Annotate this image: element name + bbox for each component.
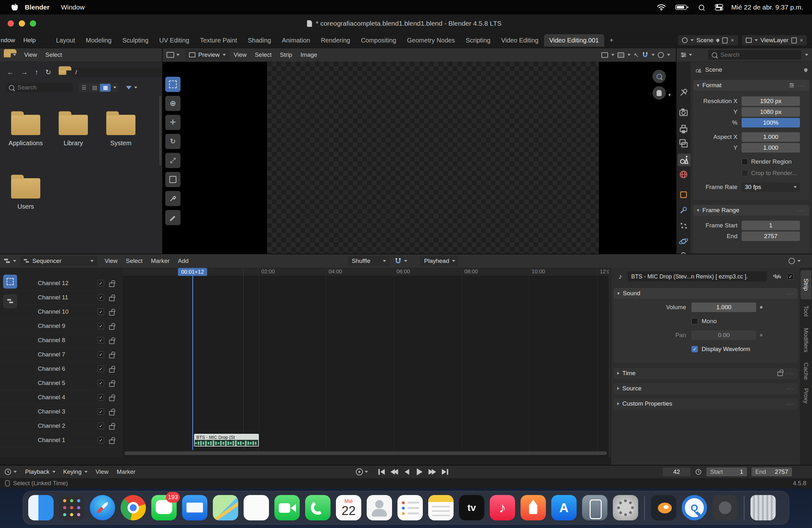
view-transform-icon[interactable]	[618, 52, 624, 58]
auto-keying-button[interactable]	[356, 468, 363, 475]
pin-icon[interactable]	[803, 67, 809, 72]
preview-select-menu[interactable]: Select	[250, 48, 276, 61]
resolution-x-field[interactable]: 1920 px	[742, 97, 800, 106]
channel-visibility-checkbox[interactable]: ✓	[98, 309, 104, 315]
sequencer-marker-menu[interactable]: Marker	[147, 254, 174, 268]
resolution-percent-slider[interactable]: 100%	[742, 118, 800, 128]
channel-lock-icon[interactable]	[109, 397, 115, 401]
channel-lock-icon[interactable]	[109, 311, 115, 316]
tab-view-layer[interactable]	[678, 138, 689, 149]
dock-messages[interactable]: 193	[151, 494, 177, 521]
frame-range-panel-header[interactable]: ▾ Frame Range ∙∙∙∙	[693, 205, 810, 216]
animate-volume-dot[interactable]	[760, 306, 763, 309]
channel-row[interactable]: Channel 2✓	[0, 419, 123, 433]
tweak-tool-button[interactable]	[165, 77, 180, 92]
mono-checkbox[interactable]: ✓	[692, 318, 698, 324]
frame-end-field[interactable]: 2757	[742, 232, 800, 241]
tab-world[interactable]	[678, 169, 689, 180]
sample-tool-button[interactable]	[165, 191, 180, 206]
aspect-y-field[interactable]: 1.000	[742, 143, 800, 152]
tab-shading[interactable]: Shading	[242, 34, 276, 47]
dock-apple-tv[interactable]: tv	[458, 494, 485, 521]
channel-row[interactable]: Channel 12✓	[0, 276, 123, 291]
pin-icon[interactable]	[715, 38, 720, 43]
time-lock-icon[interactable]	[778, 372, 783, 376]
keying-dropdown[interactable]: Keying	[59, 467, 91, 477]
filter-dropdown[interactable]	[134, 87, 137, 88]
view-type-dropdown[interactable]: Preview	[185, 50, 230, 60]
volume-field[interactable]: 1.000	[692, 303, 756, 312]
pan-field[interactable]: 0.00	[692, 331, 756, 340]
channel-row[interactable]: Channel 10✓	[0, 305, 123, 319]
scene-selector[interactable]: Scene ×	[678, 35, 738, 45]
close-window-button[interactable]	[8, 20, 14, 27]
editor-type-button[interactable]	[0, 258, 20, 264]
chevron-down-icon[interactable]	[611, 54, 614, 56]
file-search-field[interactable]	[5, 83, 73, 92]
dock-utility[interactable]	[712, 494, 738, 521]
tab-output[interactable]	[678, 124, 689, 134]
resolution-y-field[interactable]: 1080 px	[742, 107, 800, 117]
timeline-h-scrollbar[interactable]	[124, 451, 607, 455]
sequencer-add-menu[interactable]: Add	[174, 254, 193, 268]
channel-row[interactable]: Channel 4✓	[0, 390, 123, 405]
window-menu-cut[interactable]: ndow	[0, 32, 19, 48]
channel-lock-icon[interactable]	[109, 411, 115, 415]
overlays-dropdown[interactable]	[667, 54, 670, 56]
parent-directory-button[interactable]: ↑	[32, 66, 41, 79]
channel-visibility-checkbox[interactable]: ✓	[98, 337, 104, 343]
preview-canvas[interactable]	[267, 61, 599, 254]
snapping-dropdown[interactable]	[404, 260, 407, 262]
file-select-menu[interactable]: Select	[41, 48, 66, 61]
tab-uv-editing[interactable]: UV Editing	[154, 34, 195, 47]
window-menu[interactable]: Window	[61, 3, 85, 11]
channel-lock-icon[interactable]	[109, 354, 115, 358]
filter-icon[interactable]	[126, 86, 132, 89]
channel-visibility-checkbox[interactable]: ✓	[98, 408, 104, 415]
folder-users[interactable]: Users	[2, 174, 49, 210]
help-menu[interactable]: Help	[19, 32, 40, 48]
editor-type-button[interactable]	[0, 53, 20, 57]
file-view-menu[interactable]: View	[20, 48, 41, 61]
playhead-line[interactable]	[192, 268, 193, 450]
viewlayer-selector[interactable]: ViewLayer ×	[742, 35, 807, 45]
aspect-x-field[interactable]: 1.000	[742, 132, 800, 142]
dock-chrome[interactable]	[120, 494, 147, 521]
rotate-tool-button[interactable]: ↻	[165, 134, 180, 149]
animate-pan-dot[interactable]	[760, 334, 763, 336]
channel-lock-icon[interactable]	[109, 340, 115, 344]
channel-visibility-checkbox[interactable]: ✓	[98, 366, 104, 372]
dock-calendar[interactable]: Mié 22	[335, 494, 362, 521]
overlap-mode-dropdown[interactable]: Shuffle	[348, 256, 390, 266]
playback-sync-clock-icon[interactable]	[695, 468, 702, 475]
tab-object[interactable]	[678, 189, 689, 200]
tab-modifiers[interactable]	[678, 205, 689, 216]
new-scene-icon[interactable]	[722, 38, 728, 43]
channel-row[interactable]: Channel 8✓	[0, 333, 123, 348]
transform-tool-button[interactable]	[165, 172, 180, 187]
waveform-display-icon[interactable]	[773, 274, 782, 280]
pan-view-button[interactable]	[652, 86, 666, 100]
previous-keyframe-button[interactable]	[389, 467, 400, 476]
dock-trash[interactable]	[750, 494, 777, 521]
panel-grip[interactable]: ∙∙∙∙	[798, 83, 806, 88]
dock-notes[interactable]	[427, 494, 454, 521]
audio-strip[interactable]: BTS - MIC Drop (St	[194, 434, 259, 446]
channel-row[interactable]: Channel 1✓	[0, 433, 123, 448]
wifi-icon[interactable]	[657, 4, 666, 11]
preview-image-menu[interactable]: Image	[296, 48, 321, 61]
channel-visibility-checkbox[interactable]: ✓	[98, 437, 104, 443]
tab-particles[interactable]	[678, 220, 689, 231]
sequencer-view-type-dropdown[interactable]: Sequencer	[20, 256, 97, 266]
cursor-tool-button[interactable]: ⊕	[165, 96, 180, 111]
tab-animation[interactable]: Animation	[277, 34, 316, 47]
channel-lock-icon[interactable]	[109, 368, 115, 372]
control-center-icon[interactable]	[715, 4, 723, 11]
tab-scene[interactable]	[678, 153, 691, 166]
dock-settings[interactable]	[612, 494, 639, 521]
chevron-down-icon[interactable]	[627, 54, 630, 56]
format-panel-header[interactable]: ▾ Format ∙∙∙∙	[693, 80, 810, 91]
channel-row[interactable]: Channel 3✓	[0, 404, 123, 419]
dock-photos[interactable]	[243, 494, 270, 521]
scale-tool-button[interactable]: ⤢	[165, 153, 180, 168]
